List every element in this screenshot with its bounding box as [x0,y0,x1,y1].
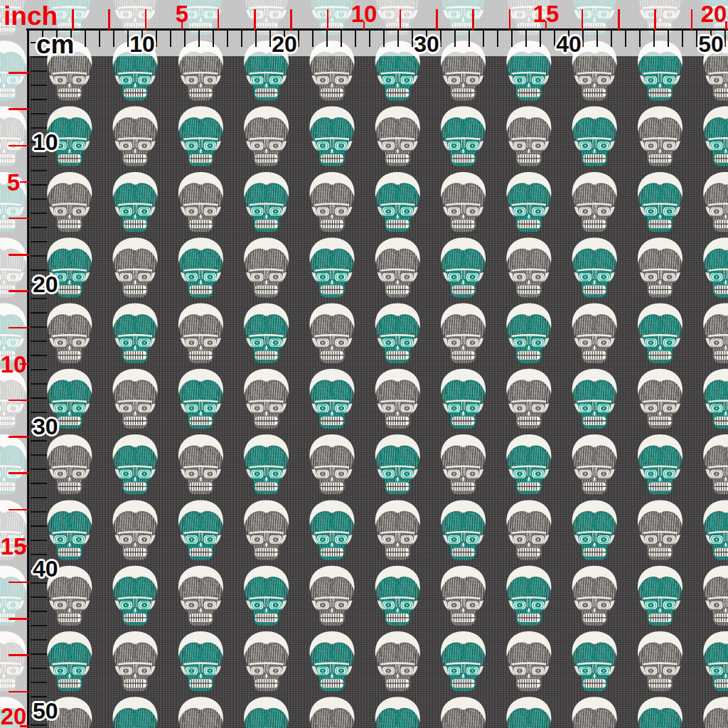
cm-tick [525,31,527,47]
cm-tick [31,696,47,697]
inch-tick [9,218,28,220]
skull [638,107,682,166]
skull [572,697,617,728]
skull [113,172,158,232]
skull [375,631,420,691]
cm-tick [31,596,47,598]
skull [310,500,355,560]
cm-tick [639,31,641,47]
skull [375,107,420,166]
cm-tick [269,31,271,47]
cm-tick [156,31,157,47]
inch-tick [108,9,110,30]
inch-tick [9,72,28,74]
inch-tick [618,9,620,30]
skull [572,304,617,363]
cm-tick [31,554,47,555]
skull [113,566,158,626]
inch-tick [400,9,402,30]
skull [310,107,355,166]
cm-tick [127,31,129,47]
cm-tick [184,31,186,47]
inch-tick [509,9,511,30]
skull [703,172,728,232]
cm-tick [412,31,413,47]
skull [244,107,289,166]
cm-tick [31,383,47,385]
skull [375,172,420,232]
skull [703,237,728,297]
cm-number: 50 [698,33,724,55]
cm-tick [31,127,47,129]
cm-tick [511,31,513,47]
skull [703,434,728,494]
skull [572,500,617,560]
skull [441,369,486,429]
inch-tick [9,582,28,584]
skull [375,566,420,626]
skull [506,304,551,363]
skull [506,697,551,728]
cm-number: 30 [33,415,58,438]
skull [703,369,728,429]
skull [506,107,551,166]
skull [375,237,420,297]
skull [47,500,92,560]
inch-tick [9,509,28,511]
cm-tick [469,31,470,47]
cm-tick [170,31,171,47]
cm-tick [724,31,726,47]
skull [310,172,355,232]
skull [178,172,223,232]
cm-tick [31,454,47,456]
skull [244,500,289,560]
skull [638,172,682,232]
cm-tick [31,540,47,541]
skull [113,304,158,363]
cm-tick [341,31,342,47]
skull [310,434,355,494]
cm-tick [355,31,356,47]
inch-unit-label: inch [4,3,58,29]
skull [572,172,617,232]
cm-tick [696,31,697,47]
cm-tick [31,326,47,328]
cm-tick [31,639,47,641]
skull [638,434,682,494]
skull [113,434,158,494]
skull [113,500,158,560]
inch-tick [145,9,147,30]
cm-tick [312,31,314,47]
cm-tick [31,625,47,626]
inch-tick [9,145,28,147]
skull [638,566,682,626]
skull [506,369,551,429]
skull [244,172,289,232]
cm-tick [31,70,47,72]
cm-tick [227,31,228,47]
skull [441,500,486,560]
skull [703,107,728,166]
cm-tick [611,31,612,47]
cm-tick [31,653,47,655]
skull [113,631,158,691]
skull [244,237,289,297]
cm-tick [31,497,47,498]
inch-number: 15 [533,2,560,26]
inch-number: 5 [176,2,188,26]
skull [375,434,420,494]
skull [441,697,486,728]
cm-tick [668,31,669,47]
cm-unit-label: cm [36,31,74,58]
inch-tick [9,327,28,329]
skull [178,107,223,166]
inch-tick [436,9,438,30]
skull [178,304,223,363]
skull [310,566,355,626]
left-ruler-baseline [27,28,29,728]
cm-tick [31,269,47,271]
skull [638,369,682,429]
inch-tick [9,254,28,256]
inch-tick [691,9,693,30]
cm-tick [625,31,626,47]
